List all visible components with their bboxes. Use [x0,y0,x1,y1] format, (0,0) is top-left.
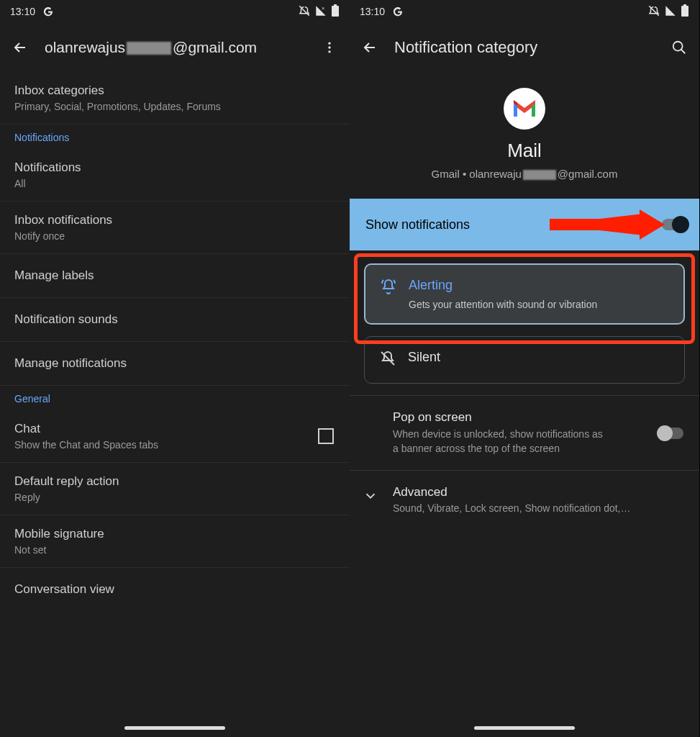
gmail-icon [504,88,545,130]
item-chat[interactable]: Chat Show the Chat and Spaces tabs [0,410,350,463]
svg-point-8 [673,42,683,51]
option-title: Alerting [409,278,597,293]
google-icon [42,6,54,17]
search-icon[interactable] [669,37,689,58]
redacted [523,170,556,180]
item-title: Inbox categories [14,83,335,98]
status-time: 13:10 [360,6,385,17]
back-icon[interactable] [10,37,30,58]
appbar: olanrewajus@gmail.com [0,23,350,72]
checkbox-unchecked[interactable] [318,428,334,444]
svg-point-3 [328,42,330,45]
battery-icon [331,4,340,19]
section-notifications: Notifications [0,125,350,149]
app-name: Mail [364,140,685,162]
dnd-icon [647,4,660,19]
nav-handle[interactable] [474,726,575,730]
option-silent[interactable]: Silent [364,336,685,384]
item-mobile-signature[interactable]: Mobile signature Not set [0,515,350,568]
item-conversation-view[interactable]: Conversation view [0,568,350,611]
account-title: olanrewajus@gmail.com [45,39,319,56]
arrow-annotation [550,207,665,243]
signal-icon [665,5,676,19]
status-bar: 13:10 [350,0,699,23]
card-zone: Alerting Gets your attention with sound … [350,250,699,384]
item-manage-labels[interactable]: Manage labels [0,254,350,298]
svg-marker-12 [550,209,665,240]
toggle-off[interactable] [659,428,683,439]
redacted [127,42,171,55]
show-notifications-row[interactable]: Show notifications [350,199,699,250]
item-manage-notifications[interactable]: Manage notifications [0,342,350,386]
item-sub: Primary, Social, Promotions, Updates, Fo… [14,101,335,112]
svg-text:×: × [322,5,324,10]
item-inbox-categories[interactable]: Inbox categories Primary, Social, Promot… [0,72,350,125]
svg-point-5 [328,50,330,53]
toggle-on[interactable] [662,219,686,230]
show-notifications-label: Show notifications [365,217,470,232]
status-time: 13:10 [10,6,35,17]
more-icon[interactable] [319,37,340,58]
item-pop-on-screen[interactable]: Pop on screen When device is unlocked, s… [350,396,699,471]
app-sub: Gmail • olanrewaju@gmail.com [364,168,685,180]
app-header: Mail Gmail • olanrewaju@gmail.com [350,72,699,199]
item-notification-sounds[interactable]: Notification sounds [0,298,350,342]
google-icon [392,6,404,17]
option-title: Silent [408,350,440,365]
dnd-icon [298,4,311,19]
item-default-reply[interactable]: Default reply action Reply [0,463,350,515]
chevron-down-icon [363,488,378,507]
svg-rect-7 [683,4,686,6]
svg-rect-1 [332,6,339,17]
back-icon[interactable] [360,37,380,58]
battery-icon [681,4,689,19]
status-bar: 13:10 × [0,0,350,23]
nav-handle[interactable] [124,726,225,730]
section-general: General [0,386,350,410]
page-title: Notification category [394,38,669,57]
phone-left: 13:10 × olanrewajus@gmail.com Inbox cate… [0,0,350,737]
appbar: Notification category [350,23,699,72]
option-alerting[interactable]: Alerting Gets your attention with sound … [364,263,685,325]
signal-icon: × [315,5,327,19]
svg-rect-2 [334,4,337,6]
svg-rect-6 [681,6,688,17]
phone-right: 13:10 Notification category [350,0,699,737]
svg-marker-11 [550,214,663,235]
bell-ring-icon [380,278,397,298]
bell-off-icon [379,350,396,370]
item-advanced[interactable]: Advanced Sound, Vibrate, Lock screen, Sh… [350,471,699,528]
item-inbox-notifications[interactable]: Inbox notifications Notify once [0,202,350,254]
item-notifications[interactable]: Notifications All [0,149,350,202]
svg-point-4 [328,46,330,48]
option-desc: Gets your attention with sound or vibrat… [409,299,597,310]
